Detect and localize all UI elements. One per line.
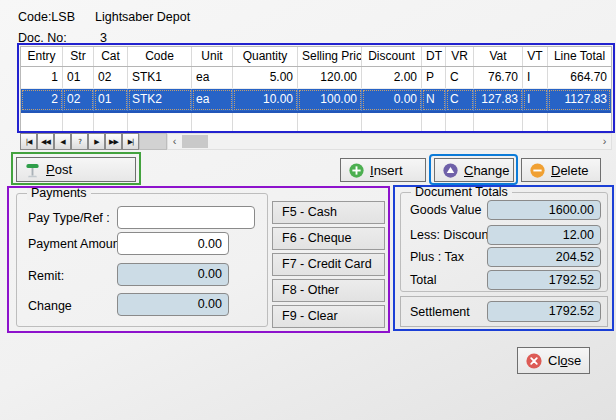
delete-minus-icon: [530, 163, 545, 178]
record-navigator: |◀ ◀◀ ◀ ? ▶ ▶▶ ▶|: [20, 133, 139, 150]
grid-horizontal-scrollbar[interactable]: ‹ ›: [167, 133, 612, 150]
total-field: 1792.52: [487, 270, 601, 290]
less-discount-label: Less: Discount: [410, 228, 492, 242]
post-signpost-icon: [25, 162, 40, 178]
cell-code[interactable]: STK2: [128, 89, 192, 111]
close-label: Close: [548, 353, 581, 368]
pay-type-input[interactable]: [117, 206, 255, 229]
cell-quantity[interactable]: 5.00: [233, 67, 298, 88]
col-header-selling-price[interactable]: Selling Price: [298, 47, 362, 66]
change-button[interactable]: Change: [434, 158, 514, 182]
cell-line-total[interactable]: 1127.83: [548, 89, 611, 111]
cell-entry[interactable]: 2: [21, 89, 63, 111]
account-name: Lightsaber Depot: [95, 10, 190, 24]
nav-fast-next-button[interactable]: ▶▶: [105, 133, 122, 150]
cell-vat[interactable]: 127.83: [474, 89, 523, 111]
nav-prev-button[interactable]: ◀: [54, 133, 71, 150]
cell-selling-price[interactable]: 120.00: [298, 67, 362, 88]
col-header-discount[interactable]: Discount: [362, 47, 422, 66]
insert-button[interactable]: Insert: [340, 158, 426, 182]
cell-str[interactable]: 01: [63, 67, 94, 88]
doc-no-value: 3: [100, 31, 107, 45]
change-up-arrow-icon: [443, 163, 458, 178]
cell-vr[interactable]: C: [446, 67, 474, 88]
insert-label: Insert: [370, 163, 403, 178]
delete-button[interactable]: Delete: [521, 158, 601, 182]
f8-other-button[interactable]: F8 - Other: [272, 279, 385, 302]
doc-no-label: Doc. No:: [18, 31, 67, 45]
scrollbar-thumb[interactable]: [182, 135, 208, 148]
col-header-entry[interactable]: Entry: [21, 47, 63, 66]
cell-vt[interactable]: I: [523, 89, 548, 111]
grid-header-row: Entry Str Cat Code Unit Quantity Selling…: [21, 47, 611, 67]
grid-row-2-selected[interactable]: 2 02 01 STK2 ea 10.00 100.00 0.00 N C 12…: [21, 89, 611, 111]
col-header-quantity[interactable]: Quantity: [233, 47, 298, 66]
payments-title: Payments: [27, 186, 91, 200]
cell-cat[interactable]: 02: [94, 67, 128, 88]
cell-unit[interactable]: ea: [192, 67, 233, 88]
payment-amount-input[interactable]: [117, 232, 229, 255]
plus-tax-field: 204.52: [487, 247, 601, 267]
cell-discount[interactable]: 2.00: [362, 67, 422, 88]
cell-entry[interactable]: 1: [21, 67, 63, 88]
goods-value-label: Goods Value: [410, 203, 481, 217]
change-label: Change: [464, 163, 510, 178]
delete-label: Delete: [551, 163, 589, 178]
cell-dt[interactable]: N: [422, 89, 446, 111]
post-button[interactable]: Post: [16, 157, 136, 182]
payment-amount-label: Payment Amount:: [28, 237, 127, 251]
goods-value-field: 1600.00: [487, 200, 601, 220]
scroll-left-icon[interactable]: ‹: [168, 134, 181, 149]
nav-first-button[interactable]: |◀: [20, 133, 37, 150]
col-header-code[interactable]: Code: [128, 47, 192, 66]
f6-cheque-button[interactable]: F6 - Cheque: [272, 227, 385, 250]
col-header-dt[interactable]: DT: [422, 47, 446, 66]
col-header-str[interactable]: Str: [63, 47, 94, 66]
cell-vat[interactable]: 76.70: [474, 67, 523, 88]
col-header-line-total[interactable]: Line Total: [548, 47, 611, 66]
account-code: Code:LSB: [18, 10, 75, 24]
cell-discount[interactable]: 0.00: [362, 89, 422, 111]
settlement-label: Settlement: [410, 305, 470, 319]
nav-last-button[interactable]: ▶|: [122, 133, 139, 150]
cell-dt[interactable]: P: [422, 67, 446, 88]
grid-empty-row[interactable]: [21, 113, 611, 132]
payment-window: Code:LSB Lightsaber Depot Doc. No: 3 Ent…: [0, 0, 616, 420]
f7-credit-card-button[interactable]: F7 - Credit Card: [272, 253, 385, 276]
col-header-vt[interactable]: VT: [523, 47, 548, 66]
change-amount-label: Change: [28, 299, 72, 313]
cell-selling-price[interactable]: 100.00: [298, 89, 362, 111]
navigator-filler: [139, 133, 167, 150]
nav-search-button[interactable]: ?: [71, 133, 88, 150]
close-button[interactable]: Close: [517, 347, 590, 374]
f9-clear-button[interactable]: F9 - Clear: [272, 305, 385, 328]
cell-vr[interactable]: C: [446, 89, 474, 111]
change-amount-field: 0.00: [117, 293, 229, 316]
less-discount-field: 12.00: [487, 225, 601, 245]
remit-field: 0.00: [117, 263, 229, 286]
post-label: Post: [46, 162, 72, 177]
cell-cat[interactable]: 01: [94, 89, 128, 111]
cell-code[interactable]: STK1: [128, 67, 192, 88]
col-header-unit[interactable]: Unit: [192, 47, 233, 66]
scroll-right-icon[interactable]: ›: [598, 134, 611, 149]
nav-next-button[interactable]: ▶: [88, 133, 105, 150]
col-header-vat[interactable]: Vat: [474, 47, 523, 66]
f5-cash-button[interactable]: F5 - Cash: [272, 201, 385, 224]
cell-line-total[interactable]: 664.70: [548, 67, 611, 88]
col-header-vr[interactable]: VR: [446, 47, 474, 66]
cell-vt[interactable]: I: [523, 67, 548, 88]
cell-unit[interactable]: ea: [192, 89, 233, 111]
close-x-icon: [526, 353, 542, 369]
total-label: Total: [410, 273, 436, 287]
cell-str[interactable]: 02: [63, 89, 94, 111]
grid-row-1[interactable]: 1 01 02 STK1 ea 5.00 120.00 2.00 P C 76.…: [21, 67, 611, 89]
pay-type-label: Pay Type/Ref :: [28, 211, 110, 225]
col-header-cat[interactable]: Cat: [94, 47, 128, 66]
remit-label: Remit:: [28, 269, 64, 283]
insert-plus-icon: [349, 163, 364, 178]
items-grid[interactable]: Entry Str Cat Code Unit Quantity Selling…: [20, 46, 612, 133]
cell-quantity[interactable]: 10.00: [233, 89, 298, 111]
document-totals-title: Document Totals: [411, 185, 512, 199]
nav-fast-prev-button[interactable]: ◀◀: [37, 133, 54, 150]
